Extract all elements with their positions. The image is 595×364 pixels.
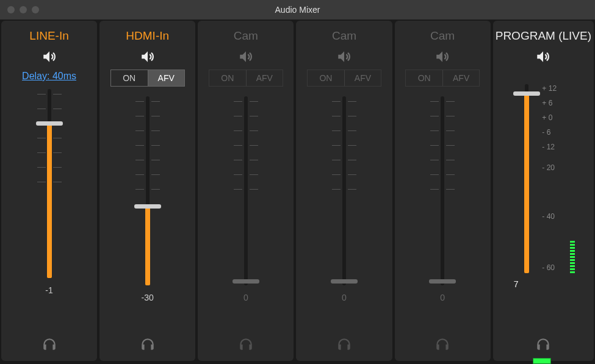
speaker-icon[interactable] — [41, 49, 58, 65]
scale-label: - 60 — [542, 263, 555, 272]
scale-label: + 0 — [542, 113, 552, 122]
mode-toggle: ON AFV — [307, 70, 381, 87]
channel-cam3: Cam ON AFV 0 — [395, 21, 491, 361]
fader[interactable] — [129, 96, 166, 285]
speaker-icon[interactable] — [139, 49, 156, 65]
headphones-icon[interactable] — [535, 337, 552, 352]
scale-label: + 6 — [542, 99, 552, 107]
fader-value: -1 — [45, 285, 52, 295]
on-button[interactable]: ON — [209, 70, 246, 86]
delay-link[interactable]: Delay: 40ms — [22, 71, 76, 82]
titlebar: Audio Mixer — [0, 0, 595, 20]
status-indicator — [533, 358, 551, 364]
fader-knob[interactable] — [134, 204, 161, 209]
afv-button[interactable]: AFV — [148, 70, 184, 86]
window-controls[interactable] — [0, 6, 39, 13]
headphones-icon[interactable] — [434, 337, 451, 352]
channel-line-in: LINE-In Delay: 40ms -1 — [1, 21, 97, 361]
channel-cam2: Cam ON AFV 0 — [296, 21, 392, 361]
on-button[interactable]: ON — [308, 70, 344, 86]
fader-value: 0 — [440, 293, 445, 302]
headphones-icon[interactable] — [336, 337, 353, 352]
channel-program: PROGRAM (LIVE) + 12+ 6+ 0- 6- 12- 20- 40… — [493, 21, 594, 361]
fader-value: 0 — [342, 293, 347, 302]
close-icon[interactable] — [7, 6, 15, 13]
speaker-icon[interactable] — [237, 49, 254, 65]
headphones-icon[interactable] — [41, 337, 58, 352]
scale-label: - 6 — [542, 128, 550, 137]
channel-title: Cam — [234, 29, 258, 43]
channel-title: PROGRAM (LIVE) — [496, 29, 591, 43]
afv-button[interactable]: AFV — [442, 70, 479, 86]
speaker-icon[interactable] — [434, 49, 451, 65]
window-title: Audio Mixer — [0, 5, 595, 15]
level-meter — [570, 241, 575, 273]
speaker-icon[interactable] — [336, 49, 353, 65]
mode-toggle: ON AFV — [110, 70, 185, 87]
fader[interactable]: + 12+ 6+ 0- 6- 12- 20- 40- 60 — [507, 84, 580, 273]
minimize-icon[interactable] — [20, 6, 27, 13]
fader-value: 0 — [243, 293, 248, 302]
fader-knob[interactable] — [36, 121, 63, 126]
scale-label: - 20 — [542, 163, 555, 172]
fader[interactable] — [228, 96, 264, 285]
afv-button[interactable]: AFV — [344, 70, 381, 86]
channel-title: Cam — [430, 29, 455, 43]
fader-knob[interactable] — [429, 279, 456, 284]
fader-value: 7 — [514, 279, 519, 289]
scale-label: - 12 — [542, 143, 555, 151]
on-button[interactable]: ON — [406, 70, 442, 86]
fader[interactable] — [31, 89, 68, 278]
afv-button[interactable]: AFV — [246, 70, 283, 86]
fader[interactable] — [326, 96, 362, 285]
on-button[interactable]: ON — [111, 70, 148, 86]
zoom-icon[interactable] — [32, 6, 39, 13]
scale-label: + 12 — [542, 84, 557, 93]
mode-toggle: ON AFV — [405, 70, 480, 87]
channel-title: HDMI-In — [126, 29, 169, 43]
speaker-icon[interactable] — [535, 49, 552, 65]
mode-toggle: ON AFV — [209, 70, 283, 87]
fader[interactable] — [424, 96, 461, 285]
channel-title: LINE-In — [29, 29, 68, 43]
channel-hdmi-in: HDMI-In ON AFV -30 — [99, 21, 195, 361]
channel-cam1: Cam ON AFV 0 — [198, 21, 294, 361]
scale-label: - 40 — [542, 212, 555, 221]
fader-knob[interactable] — [331, 279, 358, 284]
fader-value: -30 — [142, 293, 154, 302]
fader-knob[interactable] — [233, 279, 259, 284]
channel-title: Cam — [332, 29, 356, 43]
headphones-icon[interactable] — [139, 337, 156, 352]
headphones-icon[interactable] — [237, 337, 254, 352]
fader-knob[interactable] — [513, 91, 540, 96]
